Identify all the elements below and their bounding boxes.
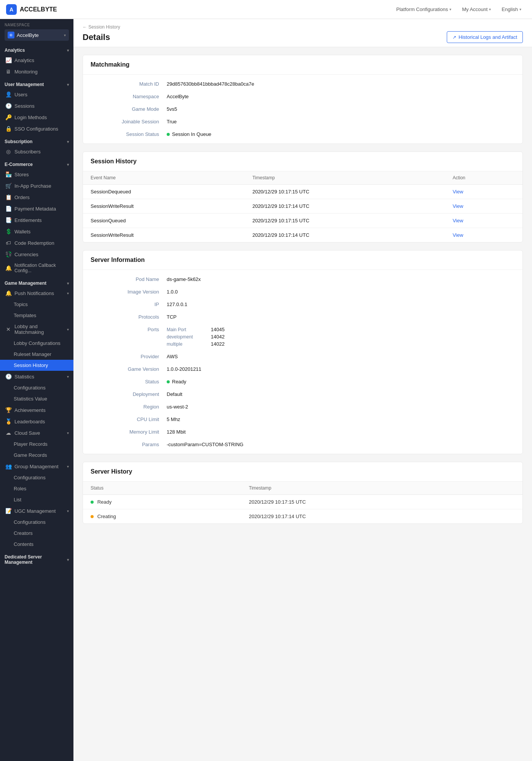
sidebar-section-header-analytics[interactable]: Analytics ▾ xyxy=(0,45,73,54)
sidebar-item-topics[interactable]: Topics xyxy=(0,299,73,310)
sidebar-item-notification-callback[interactable]: 🔔 Notification Callback Config... xyxy=(0,260,73,276)
timestamp: 2020/12/29 10:17:14 UTC xyxy=(245,228,445,242)
chevron-icon: ▾ xyxy=(67,375,69,379)
sidebar-item-sso-configurations[interactable]: 🔒 SSO Configurations xyxy=(0,123,73,134)
table-row: SessionWriteResult 2020/12/29 10:17:14 U… xyxy=(83,199,522,214)
sidebar-item-session-history[interactable]: Session History xyxy=(0,360,73,371)
event-name: SessionWriteResult xyxy=(83,199,245,214)
server-info-details: Pod Name ds-game-5k62x Image Version 1.0… xyxy=(83,270,522,454)
historical-logs-button[interactable]: ↗ Historical Logs and Artifact xyxy=(447,31,523,43)
sidebar-item-stores[interactable]: 🏪 Stores xyxy=(0,169,73,180)
platform-config-button[interactable]: Platform Configurations ▾ xyxy=(392,4,456,14)
sidebar-item-code-redemption[interactable]: 🏷 Code Redemption xyxy=(0,237,73,249)
breadcrumb-back[interactable]: ← Session History xyxy=(83,24,120,30)
notification-icon: 🔔 xyxy=(5,265,11,271)
sidebar-item-leaderboards[interactable]: 🏅 Leaderboards xyxy=(0,416,73,427)
sidebar-section-header-dedicated-server[interactable]: Dedicated Server Management ▾ xyxy=(0,551,73,566)
main-content: ← Session History Details ↗ Historical L… xyxy=(73,19,532,761)
matchmaking-card: Matchmaking Match ID 29d857630bb841bbbad… xyxy=(83,55,523,144)
port-row-development: development 14042 xyxy=(167,334,515,340)
sidebar-item-analytics[interactable]: 📈 Analytics xyxy=(0,54,73,66)
sidebar-section-game-management: Game Management ▾ 🔔 Push Notifications ▾… xyxy=(0,278,73,550)
language-button[interactable]: English ▾ xyxy=(497,4,526,14)
sidebar-item-group-configurations[interactable]: Configurations xyxy=(0,472,73,483)
sidebar-section-header-game-management[interactable]: Game Management ▾ xyxy=(0,278,73,287)
sidebar-section-header-ecommerce[interactable]: E-Commerce ▾ xyxy=(0,159,73,169)
sidebar-item-templates[interactable]: Templates xyxy=(0,310,73,321)
sidebar-item-game-records[interactable]: Game Records xyxy=(0,450,73,461)
sidebar-item-in-app-purchase[interactable]: 🛒 In-App Purchase xyxy=(0,180,73,191)
view-button[interactable]: View xyxy=(452,189,463,195)
breadcrumb: ← Session History xyxy=(83,24,523,30)
sidebar-item-ugc-configurations[interactable]: Configurations xyxy=(0,517,73,528)
subscribers-icon: ◎ xyxy=(5,148,11,155)
table-row: SessionWriteResult 2020/12/29 10:17:14 U… xyxy=(83,228,522,242)
login-icon: 🔑 xyxy=(5,114,11,120)
action-cell: View xyxy=(445,185,522,199)
my-account-button[interactable]: My Account ▾ xyxy=(457,4,495,14)
sidebar-item-subscribers[interactable]: ◎ Subscribers xyxy=(0,146,73,157)
sidebar-item-monitoring[interactable]: 🖥 Monitoring xyxy=(0,66,73,77)
namespace-icon: ⊞ xyxy=(8,32,14,38)
sidebar-item-configurations[interactable]: Configurations xyxy=(0,382,73,393)
view-button[interactable]: View xyxy=(452,232,463,238)
sidebar-section-header-subscription[interactable]: Subscription ▾ xyxy=(0,136,73,146)
action-cell: View xyxy=(445,228,522,242)
sidebar-item-users[interactable]: 👤 Users xyxy=(0,89,73,100)
sidebar-item-orders[interactable]: 📋 Orders xyxy=(0,191,73,203)
sidebar-item-player-records[interactable]: Player Records xyxy=(0,439,73,450)
view-button[interactable]: View xyxy=(452,218,463,223)
sidebar-section-header-user-management[interactable]: User Management ▾ xyxy=(0,79,73,89)
sidebar-item-lobby-configurations[interactable]: Lobby Configurations xyxy=(0,338,73,349)
detail-row-status: Status Ready xyxy=(83,375,522,388)
chevron-down-icon: ▾ xyxy=(489,7,491,11)
chevron-icon: ▾ xyxy=(67,558,69,562)
event-name: SessionQueued xyxy=(83,214,245,228)
status-dot-green xyxy=(167,380,170,383)
sidebar-section-ecommerce: E-Commerce ▾ 🏪 Stores 🛒 In-App Purchase … xyxy=(0,159,73,276)
namespace-select[interactable]: ⊞ AccelByte ▾ xyxy=(5,29,69,41)
sidebar-item-wallets[interactable]: 💲 Wallets xyxy=(0,226,73,237)
action-cell: View xyxy=(445,199,522,214)
sidebar-item-group-management[interactable]: 👥 Group Management ▾ xyxy=(0,461,73,472)
sidebar-item-statistics[interactable]: 🕐 Statistics ▾ xyxy=(0,371,73,382)
sidebar-item-login-methods[interactable]: 🔑 Login Methods xyxy=(0,112,73,123)
topnav: A ACCELBYTE Platform Configurations ▾ My… xyxy=(0,0,532,19)
col-status: Status xyxy=(83,482,241,495)
sidebar-item-cloud-save[interactable]: ☁ Cloud Save ▾ xyxy=(0,427,73,439)
sidebar-section-analytics: Analytics ▾ 📈 Analytics 🖥 Monitoring xyxy=(0,45,73,77)
detail-row-provider: Provider AWS xyxy=(83,350,522,363)
session-history-table: Event Name Timestamp Action SessionDeque… xyxy=(83,171,522,242)
sidebar-item-roles[interactable]: Roles xyxy=(0,483,73,494)
sidebar-item-statistics-value[interactable]: Statistics Value xyxy=(0,393,73,404)
sidebar-item-list[interactable]: List xyxy=(0,494,73,505)
sidebar-item-currencies[interactable]: 💱 Currencies xyxy=(0,249,73,260)
view-button[interactable]: View xyxy=(452,203,463,209)
sidebar: NAMESPACE ⊞ AccelByte ▾ Analytics ▾ 📈 An… xyxy=(0,19,73,761)
timestamp: 2020/12/29 10:17:15 UTC xyxy=(245,214,445,228)
sidebar-item-creators[interactable]: Creators xyxy=(0,528,73,539)
sidebar-item-payment-metadata[interactable]: 📄 Payment Metadata xyxy=(0,203,73,214)
sidebar-item-lobby-matchmaking[interactable]: ✕ Lobby and Matchmaking ▾ xyxy=(0,321,73,338)
matchmaking-card-header: Matchmaking xyxy=(83,55,522,75)
server-history-card: Server History Status Timestamp Ready 20… xyxy=(83,462,523,524)
payment-icon: 📄 xyxy=(5,206,11,212)
detail-row-match-id: Match ID 29d857630bb841bbbad478c28ba0ca7… xyxy=(83,78,522,90)
sidebar-item-achievements[interactable]: 🏆 Achievements xyxy=(0,404,73,416)
sidebar-item-contents[interactable]: Contents xyxy=(0,539,73,550)
sidebar-item-push-notifications[interactable]: 🔔 Push Notifications ▾ xyxy=(0,287,73,299)
status-dot-green xyxy=(167,133,170,136)
sidebar-section-dedicated-server: Dedicated Server Management ▾ xyxy=(0,551,73,566)
col-timestamp: Timestamp xyxy=(245,171,445,185)
statistics-icon: 🕐 xyxy=(5,373,11,380)
detail-row-image-version: Image Version 1.0.0 xyxy=(83,286,522,298)
detail-row-namespace: Namespace AccelByte xyxy=(83,90,522,103)
event-name: SessionWriteResult xyxy=(83,228,245,242)
sidebar-item-sessions[interactable]: 🕐 Sessions xyxy=(0,100,73,112)
sidebar-item-ruleset-manager[interactable]: Ruleset Manager xyxy=(0,349,73,360)
sidebar-item-ugc-management[interactable]: 📝 UGC Management ▾ xyxy=(0,505,73,517)
topnav-right: Platform Configurations ▾ My Account ▾ E… xyxy=(392,4,526,14)
sidebar-item-entitlements[interactable]: 📑 Entitlements xyxy=(0,214,73,226)
detail-row-game-mode: Game Mode 5vs5 xyxy=(83,103,522,115)
page-header: ← Session History Details ↗ Historical L… xyxy=(73,19,532,47)
